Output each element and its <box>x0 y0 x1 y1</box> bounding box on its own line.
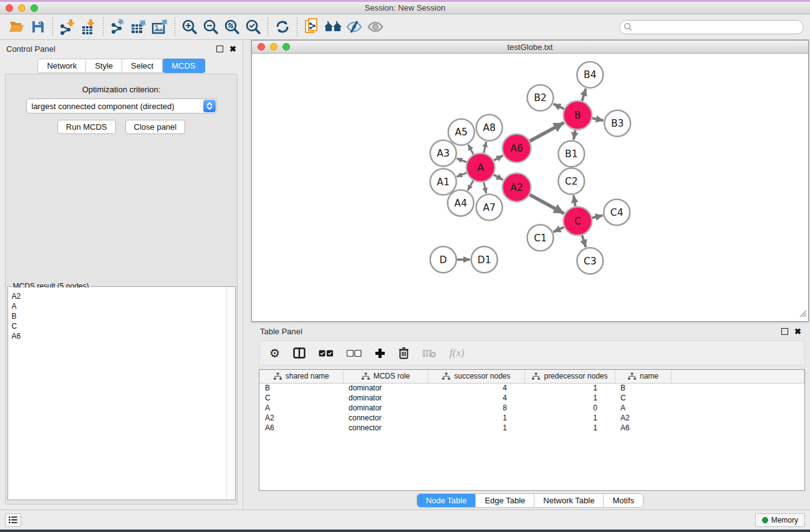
table-options-gear-icon[interactable]: ⚙ <box>269 347 280 359</box>
show-graphics-button[interactable] <box>365 17 386 37</box>
cell[interactable]: 4 <box>428 393 524 403</box>
hide-graphics-button[interactable] <box>344 17 365 37</box>
import-table-button[interactable] <box>78 17 99 37</box>
zoom-in-button[interactable] <box>179 17 200 37</box>
table-row[interactable]: A2connector11A2 <box>259 413 804 423</box>
cell[interactable]: 1 <box>428 423 524 433</box>
table-row[interactable]: Cdominator41C <box>259 393 804 403</box>
edge-C-C4[interactable] <box>592 215 603 218</box>
tab-motifs[interactable]: Motifs <box>604 494 643 507</box>
network-window-titlebar[interactable]: testGlobe.txt <box>252 41 808 54</box>
float-panel-icon[interactable] <box>216 46 223 52</box>
edge-A-A6[interactable] <box>494 155 503 160</box>
cell[interactable]: A <box>615 403 671 413</box>
edge-A-A4[interactable] <box>468 180 473 190</box>
cell[interactable]: C <box>615 393 671 403</box>
deselect-all-columns-icon[interactable] <box>347 350 362 357</box>
home-button[interactable] <box>322 17 344 37</box>
result-scrollbar[interactable] <box>226 288 234 499</box>
column-header-shared-name[interactable]: shared name <box>259 370 343 383</box>
column-header-name[interactable]: name <box>615 370 671 383</box>
edge-A2-C[interactable] <box>530 195 564 213</box>
cell[interactable]: 8 <box>428 403 524 413</box>
tab-network-table[interactable]: Network Table <box>534 494 604 507</box>
cell[interactable]: 0 <box>524 403 615 413</box>
edge-A-A2[interactable] <box>494 175 503 180</box>
cell[interactable]: dominator <box>343 393 428 403</box>
open-session-button[interactable] <box>6 17 27 37</box>
float-table-panel-icon[interactable] <box>781 328 788 335</box>
refresh-button[interactable] <box>272 17 293 37</box>
tab-mcds[interactable]: MCDS <box>163 59 205 73</box>
close-panel-icon[interactable]: ✖ <box>229 46 236 52</box>
select-all-columns-icon[interactable] <box>319 350 334 357</box>
table-row[interactable]: A6connector11A6 <box>259 423 804 433</box>
edge-B-B3[interactable] <box>592 118 604 121</box>
cell[interactable]: B <box>259 383 343 393</box>
edge-C-C1[interactable] <box>553 227 564 232</box>
cell[interactable]: 1 <box>524 413 615 423</box>
result-list-item[interactable]: C <box>9 321 226 331</box>
edge-B-B1[interactable] <box>574 130 576 140</box>
cell[interactable]: 4 <box>428 383 524 393</box>
edge-A-A8[interactable] <box>484 142 486 153</box>
cell[interactable]: 1 <box>524 393 615 403</box>
tab-node-table[interactable]: Node Table <box>417 494 476 507</box>
edge-C-C3[interactable] <box>582 235 586 247</box>
cell[interactable]: dominator <box>343 383 428 393</box>
export-image-button[interactable] <box>150 17 171 37</box>
edge-A-A1[interactable] <box>456 173 466 177</box>
result-list-item[interactable]: A6 <box>9 331 226 341</box>
result-list-item[interactable]: B <box>9 311 226 321</box>
tab-style[interactable]: Style <box>86 59 122 73</box>
delete-column-trash-icon[interactable] <box>398 347 409 359</box>
column-header-predecessor-nodes[interactable]: predecessor nodes <box>524 370 615 383</box>
edge-A-A5[interactable] <box>468 145 474 155</box>
search-input[interactable] <box>619 20 804 34</box>
close-panel-button[interactable]: Close panel <box>125 120 186 134</box>
edge-A-A7[interactable] <box>484 182 486 193</box>
show-task-history-button[interactable] <box>5 513 21 527</box>
edge-A6-B[interactable] <box>530 123 564 142</box>
save-session-button[interactable] <box>27 17 49 37</box>
cell[interactable]: A2 <box>259 413 343 423</box>
cell[interactable]: 1 <box>524 383 615 393</box>
cell[interactable]: C <box>259 393 343 403</box>
node-table[interactable]: shared nameMCDS rolesuccessor nodesprede… <box>259 369 805 491</box>
cell[interactable]: B <box>615 383 671 393</box>
table-row[interactable]: Bdominator41B <box>259 383 804 393</box>
tab-select[interactable]: Select <box>122 59 163 73</box>
resize-grip-icon[interactable] <box>799 309 807 320</box>
column-header-successor-nodes[interactable]: successor nodes <box>428 370 524 383</box>
zoom-selected-button[interactable] <box>243 17 264 37</box>
mcds-result-list[interactable]: A2ABCA6 <box>9 288 226 499</box>
add-column-icon[interactable] <box>375 348 385 359</box>
share-session-button[interactable] <box>301 17 322 37</box>
delete-table-icon[interactable] <box>422 349 436 358</box>
edge-B-B2[interactable] <box>553 104 564 109</box>
run-mcds-button[interactable]: Run MCDS <box>57 120 116 134</box>
network-canvas[interactable]: B4B2BB3A8A5A6A3B1AA1C2A2A4A7C4CC1DD1C3 <box>252 54 808 321</box>
export-network-button[interactable] <box>107 17 128 37</box>
table-row[interactable]: Adominator80A <box>259 403 804 413</box>
criterion-select[interactable]: largest connected component (directed) <box>26 99 217 114</box>
cell[interactable]: A2 <box>615 413 671 423</box>
cell[interactable]: 1 <box>524 423 615 433</box>
column-header-MCDS-role[interactable]: MCDS role <box>343 370 428 383</box>
tab-edge-table[interactable]: Edge Table <box>476 494 534 507</box>
cell[interactable]: connector <box>343 413 428 423</box>
memory-button[interactable]: Memory <box>755 513 805 527</box>
cell[interactable]: A6 <box>259 423 343 433</box>
zoom-fit-button[interactable] <box>221 17 243 37</box>
edge-B-B4[interactable] <box>582 89 586 101</box>
result-list-item[interactable]: A <box>9 301 226 311</box>
cell[interactable]: dominator <box>343 403 428 413</box>
show-columns-icon[interactable] <box>293 347 306 359</box>
close-table-panel-icon[interactable]: ✖ <box>794 328 801 335</box>
result-list-item[interactable]: A2 <box>9 291 226 301</box>
edge-C-C2[interactable] <box>574 195 576 206</box>
edge-A-A3[interactable] <box>456 158 466 162</box>
function-builder-icon[interactable]: f(x) <box>450 347 465 359</box>
tab-network[interactable]: Network <box>37 59 86 73</box>
cell[interactable]: 1 <box>428 413 524 423</box>
